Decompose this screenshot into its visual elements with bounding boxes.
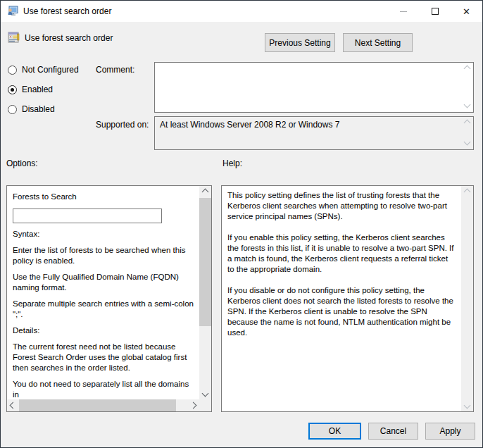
- title-bar: Use forest search order ✕: [1, 1, 482, 22]
- details-heading: Details:: [13, 325, 194, 336]
- options-horizontal-scrollbar[interactable]: [7, 399, 199, 411]
- scroll-up-icon: [464, 120, 471, 127]
- scroll-down-icon[interactable]: [464, 402, 471, 409]
- options-paragraph: Use the Fully Qualified Domain Name (FQD…: [13, 272, 194, 293]
- radio-circle-icon: [8, 85, 17, 94]
- options-paragraph-clipped: You do not need to separately list all t…: [13, 379, 194, 399]
- comment-field-frame: [154, 62, 474, 113]
- ok-button[interactable]: OK: [308, 423, 361, 440]
- radio-not-configured[interactable]: Not Configured: [8, 65, 79, 75]
- help-paragraph: This policy setting defines the list of …: [227, 190, 456, 222]
- scrollbar-thumb[interactable]: [19, 399, 176, 411]
- radio-label: Disabled: [22, 104, 55, 114]
- radio-circle-icon: [8, 66, 17, 75]
- window-controls: ✕: [387, 1, 482, 22]
- options-paragraph: The current forest need not be listed be…: [13, 342, 194, 373]
- maximize-icon: [432, 8, 439, 15]
- forests-to-search-input[interactable]: [13, 209, 162, 223]
- policy-header: Use forest search order Previous Setting…: [1, 22, 482, 60]
- apply-button[interactable]: Apply: [425, 423, 475, 440]
- maximize-button[interactable]: [419, 1, 451, 22]
- close-icon: ✕: [463, 7, 470, 16]
- help-vertical-scrollbar[interactable]: [461, 186, 473, 411]
- options-panel: Forests to Search Syntax: Enter the list…: [6, 185, 212, 412]
- help-panel: This policy setting defines the list of …: [221, 185, 474, 412]
- scroll-up-icon[interactable]: [202, 189, 209, 196]
- scroll-down-icon: [464, 139, 471, 146]
- forests-to-search-label: Forests to Search: [13, 192, 194, 202]
- cancel-button[interactable]: Cancel: [368, 423, 418, 440]
- radio-label: Enabled: [22, 85, 53, 94]
- help-paragraph: If you disable or do not configure this …: [227, 285, 456, 338]
- options-vertical-scrollbar[interactable]: [199, 186, 211, 399]
- policy-name: Use forest search order: [25, 33, 113, 43]
- options-content: Forests to Search Syntax: Enter the list…: [7, 186, 199, 399]
- comment-label: Comment:: [96, 65, 134, 75]
- minimize-icon: [400, 11, 407, 12]
- help-section-label: Help:: [222, 158, 242, 168]
- previous-setting-button[interactable]: Previous Setting: [265, 33, 335, 52]
- policy-setting-icon: [8, 32, 20, 44]
- group-policy-app-icon: [7, 6, 18, 17]
- supported-on-field: At least Windows Server 2008 R2 or Windo…: [154, 116, 474, 150]
- scroll-up-icon[interactable]: [464, 189, 471, 196]
- syntax-heading: Syntax:: [13, 229, 194, 239]
- radio-enabled[interactable]: Enabled: [8, 85, 79, 94]
- scrollbar-corner: [199, 399, 211, 411]
- options-section-label: Options:: [6, 158, 38, 168]
- radio-disabled[interactable]: Disabled: [8, 104, 79, 114]
- radio-label: Not Configured: [22, 65, 79, 75]
- help-content: This policy setting defines the list of …: [222, 186, 461, 411]
- configuration-radio-group: Not Configured Enabled Disabled: [8, 65, 79, 124]
- comment-input[interactable]: [155, 63, 473, 112]
- scroll-left-icon[interactable]: [10, 402, 17, 409]
- scroll-right-icon[interactable]: [190, 402, 197, 409]
- supported-on-label: Supported on:: [96, 120, 149, 130]
- scrollbar-thumb[interactable]: [199, 198, 211, 326]
- options-paragraph: Enter the list of forests to be searched…: [13, 245, 194, 266]
- close-button[interactable]: ✕: [451, 1, 482, 22]
- options-paragraph: Separate multiple search entries with a …: [13, 299, 194, 320]
- minimize-button[interactable]: [387, 1, 419, 22]
- radio-circle-icon: [8, 105, 17, 114]
- scroll-down-icon[interactable]: [202, 390, 209, 397]
- window-title: Use forest search order: [23, 6, 111, 16]
- supported-on-value: At least Windows Server 2008 R2 or Windo…: [160, 120, 339, 130]
- policy-setting-dialog: Use forest search order ✕ Use forest sea…: [0, 0, 483, 448]
- next-setting-button[interactable]: Next Setting: [343, 33, 413, 52]
- help-paragraph: If you enable this policy setting, the K…: [227, 232, 456, 275]
